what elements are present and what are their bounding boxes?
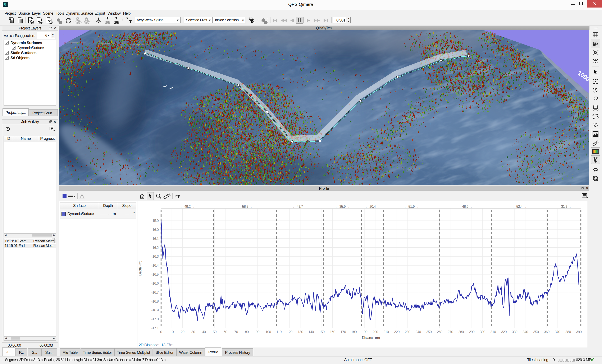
svg-text:390: 390 xyxy=(576,330,581,334)
svg-text:120: 120 xyxy=(287,330,292,334)
svg-text:-16.6: -16.6 xyxy=(151,281,159,285)
svg-text:-16.0: -16.0 xyxy=(151,228,159,232)
svg-text:-16.9: -16.9 xyxy=(151,308,159,312)
svg-text:0: 0 xyxy=(160,330,162,334)
svg-text:← 31.3 →: ← 31.3 → xyxy=(557,205,571,208)
svg-text:260: 260 xyxy=(437,330,442,334)
svg-text:-15.9: -15.9 xyxy=(151,219,159,223)
svg-text:10: 10 xyxy=(170,330,174,334)
svg-text:290: 290 xyxy=(469,330,474,334)
svg-text:-17.1: -17.1 xyxy=(151,326,159,330)
svg-text:370: 370 xyxy=(555,330,560,334)
svg-text:180: 180 xyxy=(351,330,357,334)
svg-text:← 49.2 →: ← 49.2 → xyxy=(180,205,194,208)
svg-text:-16.1: -16.1 xyxy=(151,237,159,241)
svg-text:250: 250 xyxy=(426,330,431,334)
svg-text:40: 40 xyxy=(202,330,206,334)
svg-text:310: 310 xyxy=(491,330,496,334)
svg-text:-16.8: -16.8 xyxy=(151,300,159,303)
svg-text:Depth (m): Depth (m) xyxy=(138,261,142,276)
svg-text:130: 130 xyxy=(298,330,303,334)
svg-text:← 20.4 →: ← 20.4 → xyxy=(365,205,380,208)
svg-text:-16.3: -16.3 xyxy=(151,255,159,259)
svg-text:← 58.5 →: ← 58.5 → xyxy=(238,205,252,208)
svg-text:30: 30 xyxy=(191,330,195,334)
svg-text:50: 50 xyxy=(213,330,217,334)
svg-text:360: 360 xyxy=(544,330,549,334)
svg-text:← 43.7 →: ← 43.7 → xyxy=(292,205,307,208)
svg-text:160: 160 xyxy=(330,330,335,334)
svg-text:320: 320 xyxy=(501,330,507,334)
svg-text:190: 190 xyxy=(362,330,367,334)
svg-text:← 48.6 →: ← 48.6 → xyxy=(458,205,472,208)
svg-text:350: 350 xyxy=(533,330,539,334)
svg-text:-16.7: -16.7 xyxy=(151,291,159,294)
svg-text:340: 340 xyxy=(523,330,528,334)
svg-text:280: 280 xyxy=(458,330,464,334)
svg-text:60: 60 xyxy=(224,330,227,334)
svg-text:← 51.9 →: ← 51.9 → xyxy=(404,205,419,208)
svg-text:70: 70 xyxy=(234,330,238,334)
svg-text:230: 230 xyxy=(405,330,410,334)
svg-text:80: 80 xyxy=(245,330,249,334)
svg-text:← 35.9 →: ← 35.9 → xyxy=(335,205,350,208)
svg-text:-17.0: -17.0 xyxy=(151,317,159,321)
svg-text:200: 200 xyxy=(373,330,378,334)
svg-text:-16.5: -16.5 xyxy=(151,272,159,276)
svg-text:110: 110 xyxy=(276,330,281,334)
svg-text:100: 100 xyxy=(265,330,271,334)
svg-text:← 52.4 →: ← 52.4 → xyxy=(512,205,527,208)
svg-text:-16.2: -16.2 xyxy=(151,246,159,250)
svg-text:Distance (m): Distance (m) xyxy=(362,336,380,340)
svg-text:-16.4: -16.4 xyxy=(151,263,159,268)
svg-text:380: 380 xyxy=(565,330,571,334)
svg-text:330: 330 xyxy=(512,330,517,334)
svg-text:300: 300 xyxy=(480,330,485,334)
svg-text:170: 170 xyxy=(341,330,346,334)
svg-text:20: 20 xyxy=(181,330,184,334)
svg-text:220: 220 xyxy=(394,330,399,334)
svg-text:210: 210 xyxy=(383,330,389,334)
svg-text:240: 240 xyxy=(415,330,421,334)
svg-text:140: 140 xyxy=(308,330,314,334)
svg-text:90: 90 xyxy=(256,330,259,334)
svg-text:270: 270 xyxy=(448,330,453,334)
svg-text:150: 150 xyxy=(319,330,324,334)
